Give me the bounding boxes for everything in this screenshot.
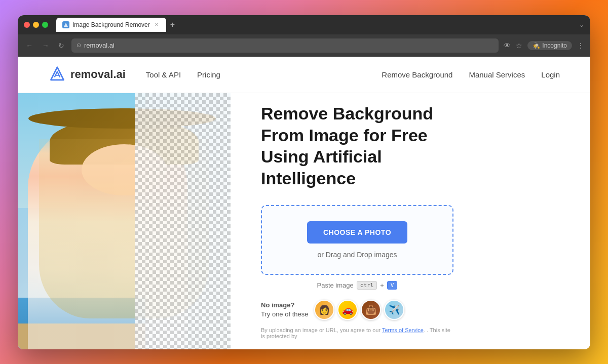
hero-content: Remove Background From Image for Free Us… <box>231 93 590 349</box>
no-image-label: No image? <box>261 301 308 310</box>
forward-button[interactable]: → <box>40 39 51 52</box>
tab-bar: Image Background Remover ✕ + ⌄ <box>56 18 584 32</box>
hero-image <box>18 93 231 349</box>
browser-window: Image Background Remover ✕ + ⌄ ← → ↻ ⊙ r… <box>18 15 590 349</box>
login-link[interactable]: Login <box>541 70 560 79</box>
nav-right: Remove Background Manual Services Login <box>382 70 560 79</box>
url-text: removal.ai <box>84 42 115 49</box>
terms-of-service-link[interactable]: Terms of Service <box>382 327 424 333</box>
paste-hint: Paste image ctrl + V <box>261 281 453 290</box>
sample-images-row: No image? Try one of these 👩 🚗 👜 ✈️ <box>261 300 453 320</box>
back-button[interactable]: ← <box>24 39 35 52</box>
hero-section: Remove Background From Image for Free Us… <box>18 93 590 349</box>
incognito-label: Incognito <box>542 42 567 49</box>
sample-thumb-1[interactable]: 👩 <box>314 300 334 320</box>
drag-drop-text: or Drag and Drop images <box>272 251 442 259</box>
nav-links: Tool & API Pricing <box>146 70 220 79</box>
page-content: removal.ai Tool & API Pricing Remove Bac… <box>18 57 590 349</box>
incognito-badge: 🕵 Incognito <box>527 41 572 50</box>
site-nav: removal.ai Tool & API Pricing Remove Bac… <box>18 57 590 93</box>
hero-title: Remove Background From Image for Free Us… <box>261 103 453 189</box>
tab-title: Image Background Remover <box>72 21 150 28</box>
terms-prefix: By uploading an image or URL, you agree … <box>261 327 381 333</box>
chevron-down-icon[interactable]: ⌄ <box>579 21 584 28</box>
lock-icon: ⊙ <box>77 42 81 49</box>
checkered-background <box>135 93 231 349</box>
manual-services-link[interactable]: Manual Services <box>469 70 525 79</box>
close-button[interactable] <box>24 22 30 28</box>
upload-dropzone[interactable]: CHOOSE A PHOTO or Drag and Drop images <box>261 205 453 275</box>
more-options-icon[interactable]: ⋮ <box>577 42 584 50</box>
traffic-lights <box>24 22 48 28</box>
incognito-icon: 🕵 <box>533 42 540 49</box>
tab-close-icon[interactable]: ✕ <box>153 21 160 28</box>
minimize-button[interactable] <box>33 22 39 28</box>
remove-background-link[interactable]: Remove Background <box>382 70 452 79</box>
maximize-button[interactable] <box>42 22 48 28</box>
ctrl-key: ctrl <box>357 281 377 290</box>
tool-api-link[interactable]: Tool & API <box>146 70 181 79</box>
paste-label: Paste image <box>317 281 354 289</box>
refresh-button[interactable]: ↻ <box>56 39 66 52</box>
sample-thumb-3[interactable]: 👜 <box>361 300 381 320</box>
toolbar-icons: 👁 ☆ 🕵 Incognito ⋮ <box>504 41 584 50</box>
active-tab[interactable]: Image Background Remover ✕ <box>56 18 166 32</box>
pricing-link[interactable]: Pricing <box>197 70 220 79</box>
tab-favicon <box>62 21 69 28</box>
eye-off-icon: 👁 <box>504 42 511 50</box>
logo-text: removal.ai <box>70 68 126 81</box>
terms-text: By uploading an image or URL, you agree … <box>261 327 453 339</box>
sample-thumbnails: 👩 🚗 👜 ✈️ <box>314 300 404 320</box>
sample-thumb-2[interactable]: 🚗 <box>337 300 358 320</box>
title-bar: Image Background Remover ✕ + ⌄ <box>18 15 590 34</box>
plus-icon: + <box>380 281 384 289</box>
no-image-text: No image? Try one of these <box>261 301 308 319</box>
try-these-label: Try one of these <box>261 310 308 318</box>
new-tab-button[interactable]: + <box>168 20 177 29</box>
sample-thumb-4[interactable]: ✈️ <box>384 300 404 320</box>
logo[interactable]: removal.ai <box>48 65 126 84</box>
star-icon[interactable]: ☆ <box>516 42 522 50</box>
v-key: V <box>387 281 398 290</box>
address-bar: ← → ↻ ⊙ removal.ai 👁 ☆ 🕵 Incognito ⋮ <box>18 34 590 57</box>
choose-photo-button[interactable]: CHOOSE A PHOTO <box>307 221 407 244</box>
url-bar[interactable]: ⊙ removal.ai <box>71 38 499 53</box>
